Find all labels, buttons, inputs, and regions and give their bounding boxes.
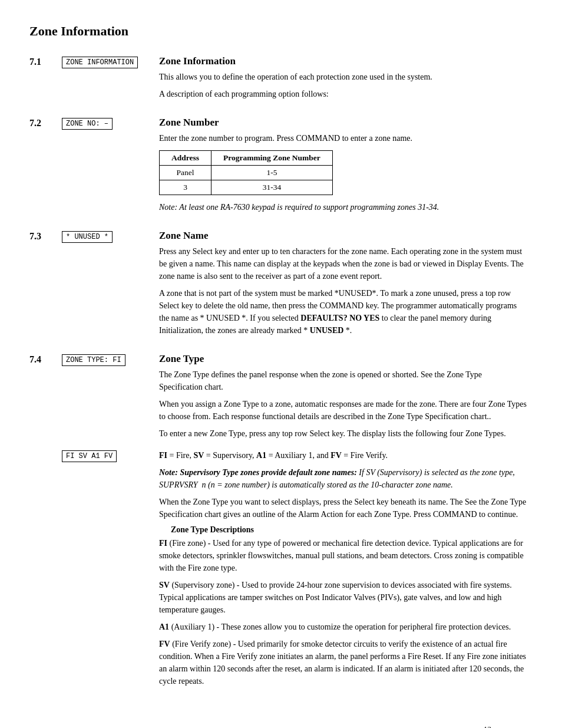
section-spacer <box>29 449 62 450</box>
desc-fi-label: FI <box>159 539 167 548</box>
table-cell-addr-0: Panel <box>160 166 211 180</box>
sv-label: SV <box>193 451 204 460</box>
table-row: Panel 1-5 <box>160 166 333 180</box>
desc-fi: FI (Fire zone) - Used for any type of po… <box>159 537 527 574</box>
desc-sv-label: SV <box>159 581 170 589</box>
section-note-7-2: Note: At least one RA-7630 keypad is req… <box>159 201 527 213</box>
section-heading-7-1: Zone Information <box>159 55 527 67</box>
section-panel-7-4b: FI SV A1 FV <box>62 449 159 462</box>
panel-display-7-4b: FI SV A1 FV <box>62 450 117 462</box>
unused-bold: UNUSED <box>310 326 344 335</box>
section-para-7-4-0: The Zone Type defines the panel response… <box>159 368 527 393</box>
fi-label: FI <box>159 451 167 460</box>
panel-display-7-1: ZONE INFORMATION <box>62 57 138 68</box>
section-content-7-4: Zone Type The Zone Type defines the pane… <box>159 353 527 444</box>
table-cell-zone-0: 1-5 <box>211 166 333 180</box>
section-7-2: 7.2 ZONE NO: – Zone Number Enter the zon… <box>29 117 527 218</box>
section-number-7-3: 7.3 <box>29 230 62 242</box>
table-header-address: Address <box>160 151 211 166</box>
fv-label: FV <box>330 451 342 460</box>
section-content-7-1: Zone Information This allows you to defi… <box>159 55 527 105</box>
section-panel-7-3: * UNUSED * <box>62 230 159 243</box>
section-7-3: 7.3 * UNUSED * Zone Name Press any Selec… <box>29 230 527 341</box>
section-7-1: 7.1 ZONE INFORMATION Zone Information Th… <box>29 55 527 105</box>
section-number-7-2: 7.2 <box>29 117 62 129</box>
section-para-7-1-1: A description of each programming option… <box>159 88 527 100</box>
section-content-7-2: Zone Number Enter the zone number to pro… <box>159 117 527 218</box>
section-para-7-3-1: A zone that is not part of the system mu… <box>159 287 527 337</box>
note-bold-label: Note: Supervisory Type zones provide def… <box>159 468 357 477</box>
section-content-7-3: Zone Name Press any Select key and enter… <box>159 230 527 341</box>
desc-a1: A1 (Auxiliary 1) - These zones allow you… <box>159 621 527 633</box>
desc-a1-label: A1 <box>159 622 169 631</box>
panel-display-7-3: * UNUSED * <box>62 231 113 243</box>
section-7-4: 7.4 ZONE TYPE: FI Zone Type The Zone Typ… <box>29 353 527 444</box>
table-cell-addr-1: 3 <box>160 180 211 195</box>
section-para-7-3-0: Press any Select key and enter up to ten… <box>159 245 527 282</box>
desc-fv-label: FV <box>159 640 170 648</box>
section-7-4-types: FI SV A1 FV FI = Fire, SV = Supervisory,… <box>29 449 527 692</box>
section-panel-7-2: ZONE NO: – <box>62 117 159 130</box>
table-header-zone-number: Programming Zone Number <box>211 151 333 166</box>
table-cell-zone-1: 31-34 <box>211 180 333 195</box>
supervisory-note: Note: Supervisory Type zones provide def… <box>159 466 527 491</box>
zone-type-desc-heading: Zone Type Descriptions <box>171 525 527 535</box>
section-intro-7-2: Enter the zone number to program. Press … <box>159 132 527 144</box>
panel-display-7-2: ZONE NO: – <box>62 118 113 130</box>
section-para-7-1-0: This allows you to define the operation … <box>159 71 527 83</box>
section-para-7-4-2: To enter a new Zone Type, press any top … <box>159 427 527 440</box>
section-panel-7-1: ZONE INFORMATION <box>62 55 159 68</box>
section-panel-7-4: ZONE TYPE: FI <box>62 353 159 366</box>
section-content-7-4b: FI = Fire, SV = Supervisory, A1 = Auxili… <box>159 449 527 692</box>
desc-sv: SV (Supervisory zone) - Used to provide … <box>159 579 527 616</box>
section-heading-7-2: Zone Number <box>159 117 527 129</box>
section-number-7-1: 7.1 <box>29 55 62 67</box>
section-number-7-4: 7.4 <box>29 353 62 365</box>
panel-display-7-4a: ZONE TYPE: FI <box>62 354 125 366</box>
page-title: Zone Information <box>29 24 527 39</box>
section-heading-7-4: Zone Type <box>159 353 527 365</box>
section-para-7-4-1: When you assign a Zone Type to a zone, a… <box>159 398 527 423</box>
a1-label: A1 <box>256 451 266 460</box>
desc-fv: FV (Fire Verify zone) - Used primarily f… <box>159 638 527 687</box>
section-heading-7-3: Zone Name <box>159 230 527 242</box>
fi-sv-line: FI = Fire, SV = Supervisory, A1 = Auxili… <box>159 449 527 462</box>
section-para-7-4-after-note: When the Zone Type you want to select di… <box>159 496 527 521</box>
page-number: 13 <box>484 724 491 728</box>
table-row: 3 31-34 <box>160 180 333 195</box>
defaults-bold: DEFAULTS? NO YES <box>300 314 379 322</box>
address-table: Address Programming Zone Number Panel 1-… <box>159 150 333 195</box>
